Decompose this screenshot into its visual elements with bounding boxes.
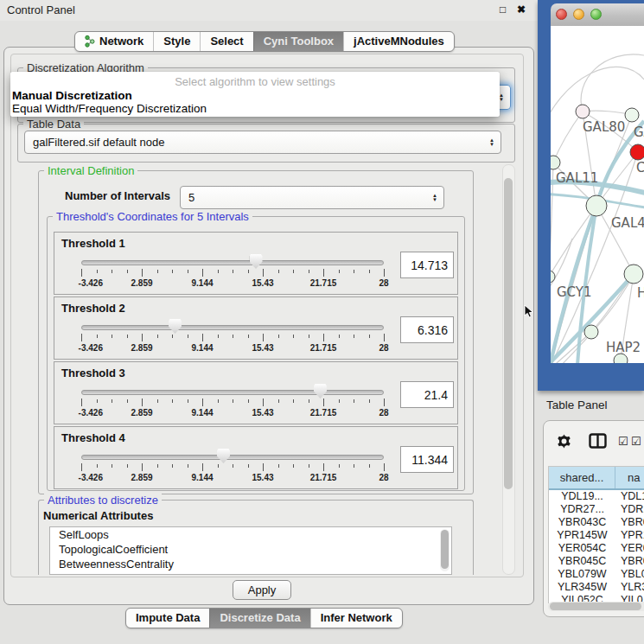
slider-ticks [81, 463, 384, 472]
panel-scrollbar-thumb[interactable] [504, 178, 513, 489]
network-window-titlebar[interactable] [551, 3, 644, 27]
tick-label: 2.859 [131, 278, 152, 288]
table-cell: YBR045C [549, 555, 615, 568]
tab-discretize-data[interactable]: Discretize Data [209, 609, 309, 628]
tick-label: 21.715 [310, 343, 337, 353]
popup-item[interactable]: Equal Width/Frequency Discretization [10, 102, 500, 115]
tab-jactivemnodules[interactable]: jActiveMNodules [343, 32, 454, 51]
popup-item[interactable]: Manual Discretization [10, 89, 500, 102]
gear-icon [556, 433, 572, 450]
table-row[interactable]: YBR043CYBR0 [549, 516, 644, 529]
attribute-item[interactable]: SelfLoops [50, 527, 451, 542]
checkbox-icon[interactable]: ☑ [618, 435, 628, 448]
tick-label: 2.859 [131, 408, 152, 418]
threshold-panel: Threshold 4 -3.4262.8599.14415.4321.7152… [54, 426, 458, 489]
stepper-icon: ▲ ▼ [489, 138, 494, 147]
tab-impute-data[interactable]: Impute Data [126, 609, 209, 628]
network-node[interactable] [551, 156, 560, 169]
table-row[interactable]: YBR045CYBR0 [549, 555, 644, 568]
slider-track[interactable] [81, 325, 384, 330]
threshold-value-box[interactable]: 21.4 [400, 381, 454, 408]
tab-select[interactable]: Select [200, 32, 252, 51]
close-icon[interactable]: ✖ [517, 3, 526, 16]
threshold-value-box[interactable]: 6.316 [400, 316, 454, 343]
table-data-select[interactable]: galFiltered.sif default node ▲ ▼ [24, 131, 501, 154]
table-cell: YDR27... [549, 503, 615, 516]
slider-thumb[interactable] [217, 449, 230, 463]
threshold-value-box[interactable]: 11.344 [400, 446, 454, 473]
attribute-item[interactable]: BetweennessCentrality [50, 557, 451, 571]
table-row[interactable]: YIL052CYIL0 [549, 594, 644, 602]
attribute-item[interactable]: TopologicalCoefficient [50, 542, 451, 557]
table-row[interactable]: YDL19...YDL1 [549, 490, 644, 503]
network-node[interactable] [586, 195, 607, 216]
column-header-name[interactable]: na [615, 467, 644, 488]
slider-thumb[interactable] [250, 254, 263, 269]
network-node[interactable] [624, 265, 643, 284]
algorithm-popup: Select algorithm to view settings Manual… [10, 72, 500, 117]
threshold-slider[interactable]: -3.4262.8599.14415.4321.71528 [77, 448, 388, 488]
slider-thumb[interactable] [314, 384, 327, 399]
slider-track[interactable] [81, 390, 384, 395]
threshold-panel: Threshold 3 -3.4262.8599.14415.4321.7152… [54, 361, 458, 424]
tick-label: 2.859 [131, 343, 152, 353]
threshold-slider[interactable]: -3.4262.8599.14415.4321.71528 [77, 253, 388, 293]
threshold-value-box[interactable]: 14.713 [400, 252, 454, 278]
minimize-traffic-light-icon[interactable] [573, 9, 584, 20]
network-window[interactable]: GAL80GACGAL11GAL4GCY1HHAP2 [538, 0, 644, 391]
control-panel-titlebar [0, 0, 538, 21]
table-settings-button[interactable] [556, 433, 572, 450]
network-node[interactable] [630, 144, 644, 160]
table-row[interactable]: YBL079WYBL0 [549, 568, 644, 581]
network-node[interactable] [584, 325, 598, 339]
threshold-slider[interactable]: -3.4262.8599.14415.4321.71528 [77, 318, 388, 358]
table-row[interactable]: YDR27...YDR2 [549, 503, 644, 516]
network-node[interactable] [551, 271, 555, 283]
table-cell: YLR345W [549, 581, 615, 594]
screen: Control Panel □ ✖ NetworkStyleSelectCyni… [0, 0, 644, 644]
float-icon[interactable]: □ [500, 3, 506, 16]
panel-title: Control Panel [7, 3, 75, 16]
node-label: GCY1 [557, 284, 592, 300]
list-scrollbar[interactable] [440, 529, 450, 571]
columns-icon [589, 433, 607, 449]
close-traffic-light-icon[interactable] [556, 9, 567, 20]
apply-button[interactable]: Apply [233, 580, 291, 600]
network-node[interactable] [625, 108, 639, 122]
slider-track[interactable] [81, 260, 384, 265]
slider-thumb[interactable] [169, 319, 182, 334]
tab-label: Discretize Data [220, 611, 300, 624]
node-label: C [636, 160, 644, 175]
tick-label: 28 [379, 278, 388, 288]
network-canvas[interactable]: GAL80GACGAL11GAL4GCY1HHAP2 [551, 26, 644, 363]
tab-cyni-toolbox[interactable]: Cyni Toolbox [253, 32, 343, 51]
table-row[interactable]: YER054CYER0 [549, 542, 644, 555]
table-cell: YBL0 [615, 568, 644, 581]
network-icon [85, 35, 95, 48]
table-cell: YIL052C [549, 594, 615, 602]
stepper-icon: ▲ ▼ [432, 194, 437, 202]
column-selector-button[interactable] [589, 433, 607, 449]
table-cell: YER0 [615, 542, 644, 555]
node-label: GAL80 [583, 119, 625, 135]
tab-label: Impute Data [136, 611, 200, 624]
checkbox-icon[interactable]: ☑ [631, 435, 641, 448]
column-header-shared-name[interactable]: shared... [549, 467, 615, 488]
table-row[interactable]: YPR145WYPR1 [549, 529, 644, 542]
table-cell: YLR3 [615, 581, 644, 594]
tab-label: jActiveMNodules [354, 35, 444, 48]
number-of-intervals-select[interactable]: 5 ▲ ▼ [180, 186, 444, 209]
table-row[interactable]: YLR345WYLR3 [549, 581, 644, 594]
tab-style[interactable]: Style [153, 32, 200, 51]
table-cell: YBR0 [615, 516, 644, 529]
numerical-attributes-list[interactable]: SelfLoopsTopologicalCoefficientBetweenne… [49, 526, 452, 575]
table-hscrollbar[interactable] [548, 602, 644, 611]
slider-track[interactable] [81, 455, 384, 460]
zoom-traffic-light-icon[interactable] [590, 9, 602, 20]
tick-label: 9.144 [191, 343, 213, 353]
threshold-slider[interactable]: -3.4262.8599.14415.4321.71528 [77, 383, 388, 423]
table-cell: YIL0 [615, 594, 644, 602]
tab-network[interactable]: Network [75, 32, 153, 51]
network-node[interactable] [576, 105, 590, 118]
tab-infer-network[interactable]: Infer Network [310, 609, 402, 628]
